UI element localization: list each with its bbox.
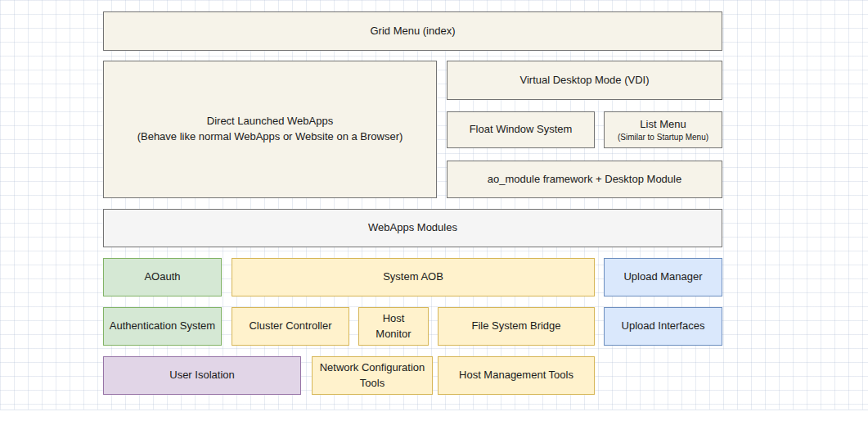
node-label: Host Management Tools xyxy=(459,368,573,383)
node-host-monitor[interactable]: Host Monitor xyxy=(358,307,429,346)
node-file-system-bridge[interactable]: File System Bridge xyxy=(438,307,595,346)
node-webapps-modules[interactable]: WebApps Modules xyxy=(103,209,722,247)
node-sublabel: (Similar to Startup Menu) xyxy=(618,132,708,143)
canvas-bottom-margin xyxy=(0,410,868,430)
node-label: Cluster Controller xyxy=(249,319,331,334)
node-label: System AOB xyxy=(383,269,443,285)
node-label: Direct Launched WebApps xyxy=(207,114,333,129)
node-sublabel: (Behave like normal WebApps or Website o… xyxy=(137,129,403,145)
node-cluster-controller[interactable]: Cluster Controller xyxy=(232,307,349,346)
node-label: Upload Manager xyxy=(623,269,702,285)
node-label: Upload Interfaces xyxy=(622,319,705,334)
node-label: Virtual Desktop Mode (VDI) xyxy=(520,73,650,88)
node-user-isolation[interactable]: User Isolation xyxy=(103,356,301,395)
node-upload-interfaces[interactable]: Upload Interfaces xyxy=(604,307,722,346)
node-upload-manager[interactable]: Upload Manager xyxy=(604,258,722,296)
node-system-aob[interactable]: System AOB xyxy=(232,258,595,296)
node-authentication-system[interactable]: Authentication System xyxy=(103,307,222,346)
node-label: File System Bridge xyxy=(471,319,560,334)
node-label: ao_module framework + Desktop Module xyxy=(488,172,681,188)
node-aoauth[interactable]: AOauth xyxy=(103,258,222,296)
node-list-menu[interactable]: List Menu (Similar to Startup Menu) xyxy=(604,111,722,148)
node-label: Host Monitor xyxy=(364,311,423,342)
node-ao-module-framework[interactable]: ao_module framework + Desktop Module xyxy=(447,161,722,198)
node-label: WebApps Modules xyxy=(368,220,457,236)
node-float-window-system[interactable]: Float Window System xyxy=(447,111,595,148)
node-label: List Menu xyxy=(640,117,686,133)
diagram-canvas: Grid Menu (index) Direct Launched WebApp… xyxy=(0,0,868,430)
node-label: Grid Menu (index) xyxy=(370,24,455,39)
node-direct-launched-webapps[interactable]: Direct Launched WebApps (Behave like nor… xyxy=(103,61,437,198)
node-label: Network Configuration Tools xyxy=(317,360,427,392)
node-host-management-tools[interactable]: Host Management Tools xyxy=(438,356,595,395)
node-virtual-desktop-mode[interactable]: Virtual Desktop Mode (VDI) xyxy=(447,61,722,100)
node-label: Float Window System xyxy=(470,122,573,138)
node-label: Authentication System xyxy=(110,319,215,334)
node-grid-menu[interactable]: Grid Menu (index) xyxy=(103,11,722,51)
node-network-configuration-tools[interactable]: Network Configuration Tools xyxy=(312,356,433,395)
node-label: User Isolation xyxy=(169,368,234,383)
node-label: AOauth xyxy=(144,269,180,285)
